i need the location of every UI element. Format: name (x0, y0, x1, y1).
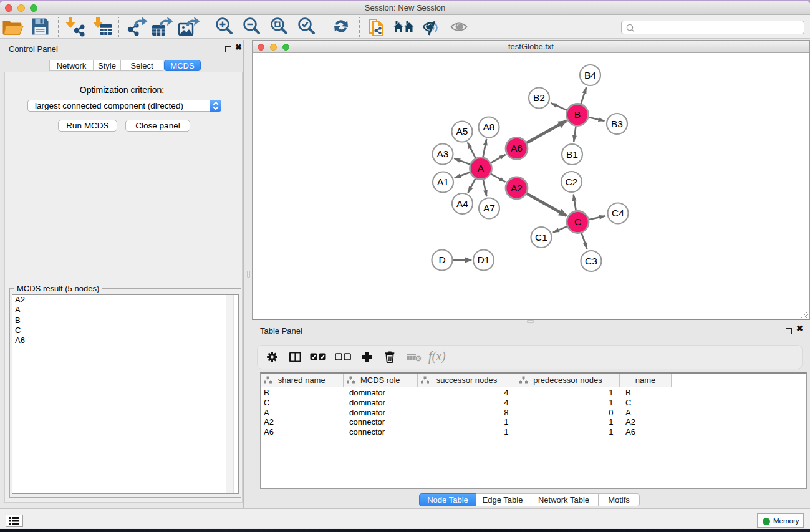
svg-text:A7: A7 (483, 203, 495, 213)
svg-text:D: D (438, 254, 445, 265)
svg-text:A4: A4 (456, 198, 468, 209)
svg-text:C2: C2 (566, 177, 578, 187)
svg-text:C: C (574, 216, 581, 227)
svg-text:C3: C3 (585, 256, 597, 266)
svg-text:C4: C4 (612, 208, 624, 218)
svg-text:A: A (478, 163, 485, 173)
svg-text:A3: A3 (437, 148, 449, 159)
svg-text:B1: B1 (566, 149, 578, 160)
svg-text:A1: A1 (437, 177, 449, 187)
svg-text:D1: D1 (478, 254, 490, 265)
svg-text:B4: B4 (584, 70, 596, 80)
svg-text:B2: B2 (533, 92, 545, 103)
svg-text:C1: C1 (535, 232, 547, 243)
svg-text:B3: B3 (611, 118, 623, 129)
svg-text:A5: A5 (456, 126, 468, 137)
svg-text:A2: A2 (511, 183, 523, 193)
svg-text:A8: A8 (483, 122, 495, 132)
svg-text:A6: A6 (511, 143, 523, 153)
svg-text:B: B (574, 109, 581, 120)
